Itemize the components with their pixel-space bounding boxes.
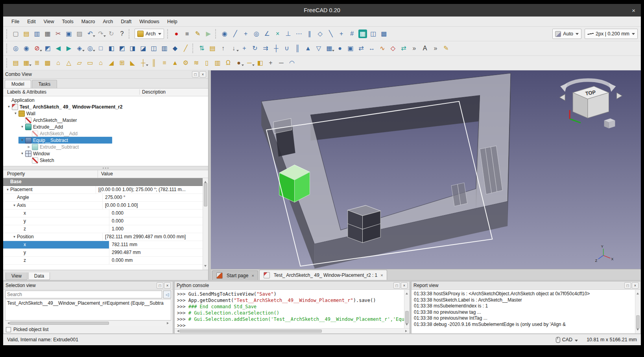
arch-equipment-icon[interactable]: ⚙ — [181, 58, 191, 68]
link-navigate-icon[interactable]: ◈ — [74, 43, 85, 53]
line-style-selector[interactable]: 2px | 0.200 mm — [585, 29, 638, 39]
property-mode-tab[interactable]: Data — [28, 272, 50, 280]
toggle-grid-icon[interactable]: ▦ — [358, 29, 368, 39]
annotation-text-icon[interactable]: A — [420, 43, 430, 53]
copy-icon[interactable]: ▣ — [64, 29, 74, 39]
arch-window-icon[interactable]: ⊞ — [117, 58, 127, 68]
tree-expander[interactable]: ▼ — [6, 103, 11, 110]
property-expander[interactable]: ▼ — [5, 186, 10, 193]
arch-add-icon[interactable]: + — [266, 58, 276, 68]
refresh-icon[interactable]: ↻ — [106, 29, 116, 39]
tree-item[interactable]: ▼ Window — [3, 150, 208, 157]
workbench-selector[interactable]: Arch — [135, 29, 164, 39]
property-expander[interactable]: ▼ — [12, 234, 17, 240]
measure-distance-icon[interactable]: ╱ — [181, 43, 191, 53]
arch-project-icon[interactable]: △ — [64, 58, 74, 68]
arch-floor-icon[interactable]: ▭ — [85, 58, 95, 68]
arch-axis-icon[interactable]: ┼ — [138, 58, 148, 68]
draft-move-icon[interactable]: + — [239, 43, 249, 53]
arch-schedule-icon[interactable]: ▥ — [212, 58, 223, 68]
window-close-button[interactable]: × — [632, 4, 635, 17]
scrollbar-thumb[interactable] — [405, 311, 409, 324]
tree-expander[interactable]: ▶ — [26, 144, 31, 150]
whats-this-icon[interactable]: ? — [117, 29, 127, 39]
draft-to-sketch-icon[interactable]: ⇅ — [197, 43, 207, 53]
property-expander[interactable]: ▼ — [12, 202, 17, 209]
property-value[interactable]: [(0.00 0.00 1.00); 275.000 °; (782.111 m… — [96, 186, 203, 193]
draft-clone-icon[interactable]: ▣ — [345, 43, 356, 53]
property-value[interactable]: 1.000 — [109, 225, 203, 233]
view-left-icon[interactable]: ▥ — [159, 43, 170, 53]
close-panel-button[interactable]: × — [164, 282, 171, 289]
arch-fence-icon[interactable]: ≡ — [159, 58, 170, 68]
export-icon[interactable]: ↑ — [218, 43, 228, 53]
draft-trimex-icon[interactable]: ┼ — [271, 43, 281, 53]
combo-view-tab[interactable]: Model — [5, 80, 31, 88]
toolbar-drag-handle[interactable] — [6, 44, 9, 53]
tree-expander[interactable]: ▼ — [20, 150, 25, 157]
tree-item[interactable]: ▼ Wall — [3, 110, 208, 117]
draft-split-icon[interactable]: ║ — [292, 43, 303, 53]
group-folder-icon[interactable]: ▤ — [207, 43, 218, 53]
macro-edit-icon[interactable]: ✎ — [193, 29, 203, 39]
arch-material-icon[interactable]: ● — [234, 58, 244, 68]
toolbar-overflow2-icon[interactable]: » — [430, 43, 441, 53]
selection-list-item[interactable]: Test_ArchSketch__49__Window_Placement_r#… — [6, 300, 171, 307]
annotation-style-icon[interactable]: ✎ — [441, 43, 451, 53]
tree-item[interactable]: Sketch — [3, 157, 208, 164]
scroll-down-icon[interactable] — [406, 324, 408, 327]
menu-item[interactable]: File — [8, 18, 23, 26]
window-titlebar[interactable]: FreeCAD 0.20 × — [3, 4, 641, 17]
navigation-style-selector[interactable]: CAD — [556, 337, 578, 343]
property-value[interactable]: 275.000 ° — [103, 194, 203, 201]
scroll-up-icon[interactable] — [406, 291, 408, 294]
property-value[interactable]: [0.00 0.00 1.00] — [103, 202, 203, 209]
tree-item[interactable]: ▼ Extrude__Add — [3, 123, 208, 130]
print-icon[interactable]: ▦ — [42, 29, 53, 39]
scroll-left-icon[interactable] — [6, 322, 9, 324]
property-row[interactable]: y 2990.487 mm — [3, 249, 203, 257]
close-panel-button[interactable]: × — [632, 282, 638, 289]
draft-stretch-icon[interactable]: ↔ — [367, 43, 377, 53]
property-row[interactable]: z 0.000 mm — [3, 257, 203, 265]
paste-icon[interactable]: ▨ — [74, 29, 85, 39]
bounding-box-icon[interactable]: □ — [96, 43, 106, 53]
scrollbar-thumb[interactable] — [179, 329, 322, 333]
undo-icon[interactable]: ↶ — [85, 29, 95, 39]
toolbar-drag-handle[interactable] — [6, 58, 9, 68]
draft-offset-icon[interactable]: ⇉ — [260, 43, 271, 53]
view-tab[interactable]: Test_ ArchSketch_ 49_ Window-Placement_r… — [259, 270, 387, 280]
arch-cut-plane-icon[interactable]: ◧ — [255, 58, 265, 68]
snap-parallel-icon[interactable]: ∥ — [304, 29, 315, 39]
tree-item[interactable]: Application — [3, 97, 208, 103]
tree-item[interactable]: ArchSketch__Add — [3, 130, 208, 137]
new-document-icon[interactable]: ▢ — [11, 29, 21, 39]
view-axonometric-icon[interactable]: ◆ — [170, 43, 180, 53]
property-row[interactable]: ▼ Placement [(0.00 0.00 1.00); 275.000 °… — [3, 186, 203, 194]
tree-expander[interactable]: ▼ — [20, 123, 25, 130]
tree-item[interactable]: ▼ Test_ ArchSketch_ 49_ Window-Placement… — [3, 103, 208, 110]
menu-item[interactable]: Macro — [78, 18, 99, 26]
property-row[interactable]: Angle 275.000 ° — [3, 194, 203, 202]
property-value[interactable]: 0.000 — [109, 217, 203, 225]
picked-object-checkbox[interactable] — [6, 327, 11, 332]
arch-survey-icon[interactable]: ◠ — [287, 58, 297, 68]
snap-intersection-icon[interactable]: × — [273, 29, 283, 39]
draft-array-icon[interactable]: ▦ — [324, 43, 334, 53]
snap-endpoint-icon[interactable]: ╱ — [230, 29, 240, 39]
tree-expander[interactable]: ▼ — [13, 110, 18, 117]
view-tab[interactable]: Start page × — [212, 271, 258, 280]
zoom-icon[interactable]: ◎ — [85, 43, 95, 53]
draft-wire-bspline-icon[interactable]: ∿ — [377, 43, 388, 53]
arch-profile-icon[interactable]: Ω — [223, 58, 233, 68]
view-right-icon[interactable]: ◨ — [127, 43, 138, 53]
scroll-up-icon[interactable] — [637, 291, 639, 294]
snap-near-icon[interactable]: ╲ — [326, 29, 336, 39]
property-row[interactable]: x 0.000 — [3, 210, 203, 217]
draft-rotate-icon[interactable]: ↻ — [250, 43, 260, 53]
float-panel-button[interactable]: □ — [157, 282, 163, 289]
menu-item[interactable]: Edit — [24, 18, 39, 26]
draft-downgrade-icon[interactable]: ▽ — [314, 43, 324, 53]
property-mode-tab[interactable]: View — [6, 272, 28, 280]
toolbar-drag-handle[interactable] — [6, 29, 9, 39]
